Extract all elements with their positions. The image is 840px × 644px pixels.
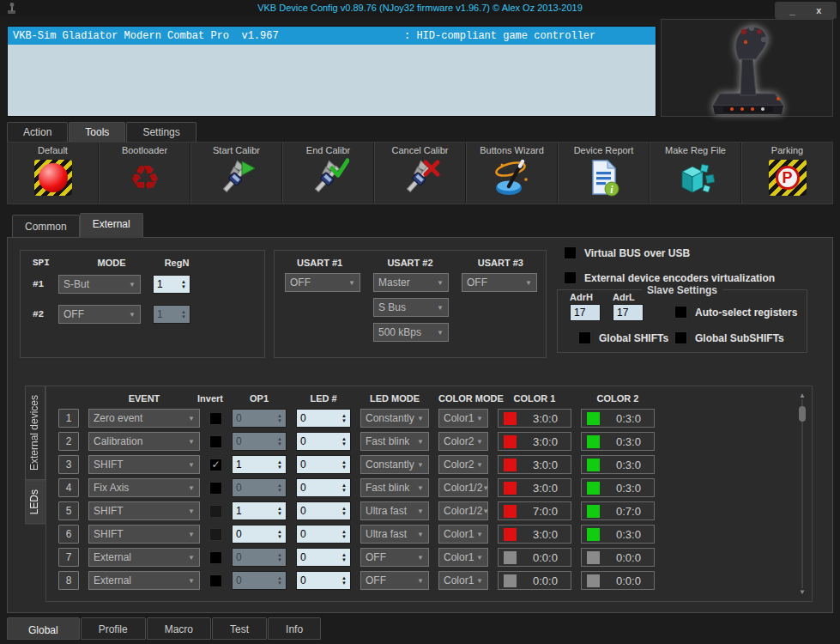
spinner-arrows-icon[interactable]: ▲▼ bbox=[274, 526, 286, 543]
color-mode-select[interactable]: Color1▼ bbox=[438, 571, 488, 590]
device-list-selected-row[interactable]: VKB-Sim Gladiator Modern Combat Pro v1.9… bbox=[8, 27, 656, 45]
invert-checkbox[interactable]: ✓ bbox=[209, 459, 222, 471]
color-mode-select[interactable]: Color1▼ bbox=[438, 525, 488, 544]
spinner-arrows-icon[interactable]: ▲▼ bbox=[274, 456, 286, 473]
color-mode-select[interactable]: Color2▼ bbox=[438, 432, 488, 451]
event-select[interactable]: Zero event▼ bbox=[88, 409, 200, 428]
ext-encoders-checkbox[interactable] bbox=[564, 271, 577, 284]
spinner-arrows-icon[interactable]: ▲▼ bbox=[274, 549, 286, 566]
parking-button[interactable]: Parking P bbox=[741, 143, 832, 204]
spi1-regn-spinner[interactable]: 1 ▲▼ bbox=[153, 275, 190, 294]
led-mode-select[interactable]: Ultra fast▼ bbox=[360, 501, 429, 520]
spinner-arrows-icon[interactable]: ▲▼ bbox=[274, 433, 286, 450]
spinner-arrows-icon[interactable]: ▲▼ bbox=[338, 433, 350, 450]
global-subshifts-checkbox[interactable] bbox=[674, 331, 687, 344]
event-select[interactable]: External▼ bbox=[88, 548, 200, 567]
usart2-speed-select[interactable]: 500 kBps▼ bbox=[373, 323, 449, 342]
spinner-arrows-icon[interactable]: ▲▼ bbox=[178, 276, 190, 293]
global-shifts-checkbox[interactable] bbox=[578, 331, 591, 344]
spi1-mode-select[interactable]: S-But ▼ bbox=[58, 275, 141, 294]
color1-field[interactable]: 7:0:0 bbox=[498, 501, 571, 520]
invert-checkbox[interactable] bbox=[209, 505, 222, 518]
color2-field[interactable]: 0:3:0 bbox=[581, 478, 655, 497]
row-number-button[interactable]: 6 bbox=[58, 525, 79, 544]
bottom-tab-info[interactable]: Info bbox=[268, 617, 321, 640]
event-select[interactable]: Fix Axis▼ bbox=[88, 478, 200, 497]
minimize-button[interactable]: _ bbox=[784, 5, 801, 15]
color1-field[interactable]: 3:0:0 bbox=[498, 525, 571, 544]
color-mode-select[interactable]: Color1▼ bbox=[438, 409, 488, 428]
led-mode-select[interactable]: Constantly▼ bbox=[360, 409, 429, 428]
cancel-calibr-button[interactable]: Cancel Calibr bbox=[374, 143, 466, 204]
color2-field[interactable]: 0:7:0 bbox=[581, 501, 655, 520]
color2-field[interactable]: 0:3:0 bbox=[581, 432, 655, 451]
adrh-field[interactable]: 17 bbox=[570, 304, 601, 321]
color1-field[interactable]: 3:0:0 bbox=[498, 432, 571, 451]
row-number-button[interactable]: 8 bbox=[58, 571, 79, 590]
start-calibr-button[interactable]: Start Calibr bbox=[190, 143, 282, 204]
led-number-spinner[interactable]: 0 ▲▼ bbox=[296, 571, 351, 590]
invert-checkbox[interactable] bbox=[209, 528, 222, 541]
usart1-mode-select[interactable]: OFF▼ bbox=[285, 273, 360, 292]
bottom-tab-profile[interactable]: Profile bbox=[81, 617, 146, 640]
side-tab-external-devices[interactable]: External devices bbox=[25, 386, 45, 480]
color-mode-select[interactable]: Color1▼ bbox=[438, 548, 488, 567]
color2-field[interactable]: 0:3:0 bbox=[581, 409, 655, 428]
led-table-scrollbar[interactable]: ▲ ▼ bbox=[797, 392, 807, 596]
op1-spinner[interactable]: 0 ▲▼ bbox=[232, 478, 287, 497]
device-list[interactable]: VKB-Sim Gladiator Modern Combat Pro v1.9… bbox=[7, 26, 656, 117]
color2-field[interactable]: 0:0:0 bbox=[581, 571, 655, 590]
spinner-arrows-icon[interactable]: ▲▼ bbox=[274, 479, 286, 496]
led-number-spinner[interactable]: 0 ▲▼ bbox=[296, 455, 351, 474]
color2-field[interactable]: 0:0:0 bbox=[581, 548, 655, 567]
color1-field[interactable]: 3:0:0 bbox=[498, 455, 571, 474]
spi2-mode-select[interactable]: OFF ▼ bbox=[58, 305, 141, 324]
event-select[interactable]: SHIFT▼ bbox=[88, 501, 200, 520]
usart3-mode-select[interactable]: OFF▼ bbox=[462, 273, 537, 292]
scroll-down-icon[interactable]: ▼ bbox=[799, 588, 806, 596]
row-number-button[interactable]: 7 bbox=[58, 548, 79, 567]
led-number-spinner[interactable]: 0 ▲▼ bbox=[296, 501, 351, 520]
scroll-up-icon[interactable]: ▲ bbox=[799, 392, 806, 399]
end-calibr-button[interactable]: End Calibr bbox=[282, 143, 374, 204]
color-mode-select[interactable]: Color1/2▼ bbox=[438, 501, 488, 520]
op1-spinner[interactable]: 0 ▲▼ bbox=[232, 432, 287, 451]
bottom-tab-macro[interactable]: Macro bbox=[147, 617, 211, 640]
led-mode-select[interactable]: Fast blink▼ bbox=[360, 478, 429, 497]
op1-spinner[interactable]: 0 ▲▼ bbox=[232, 548, 287, 567]
op1-spinner[interactable]: 1 ▲▼ bbox=[232, 501, 287, 520]
row-number-button[interactable]: 3 bbox=[58, 455, 79, 474]
event-select[interactable]: SHIFT▼ bbox=[88, 525, 200, 544]
spinner-arrows-icon[interactable]: ▲▼ bbox=[274, 502, 286, 519]
event-select[interactable]: SHIFT▼ bbox=[88, 455, 200, 474]
spinner-arrows-icon[interactable]: ▲▼ bbox=[338, 479, 350, 496]
menu-tab-settings[interactable]: Settings bbox=[126, 122, 196, 142]
spinner-arrows-icon[interactable]: ▲▼ bbox=[274, 410, 286, 427]
led-mode-select[interactable]: Ultra fast▼ bbox=[360, 525, 429, 544]
led-mode-select[interactable]: OFF▼ bbox=[360, 571, 429, 590]
event-select[interactable]: External▼ bbox=[88, 571, 200, 590]
make-reg-file-button[interactable]: Make Reg File bbox=[650, 143, 741, 204]
spinner-arrows-icon[interactable]: ▲▼ bbox=[338, 526, 350, 543]
led-number-spinner[interactable]: 0 ▲▼ bbox=[296, 548, 351, 567]
spinner-arrows-icon[interactable]: ▲▼ bbox=[274, 572, 286, 589]
spinner-arrows-icon[interactable]: ▲▼ bbox=[338, 410, 350, 427]
bootloader-button[interactable]: Bootloader ♻ bbox=[99, 143, 190, 204]
row-number-button[interactable]: 1 bbox=[58, 409, 79, 428]
op1-spinner[interactable]: 0 ▲▼ bbox=[232, 525, 287, 544]
spinner-arrows-icon[interactable]: ▲▼ bbox=[338, 456, 350, 473]
scroll-thumb[interactable] bbox=[799, 406, 806, 422]
op1-spinner[interactable]: 0 ▲▼ bbox=[232, 571, 287, 590]
row-number-button[interactable]: 4 bbox=[58, 478, 79, 497]
op1-spinner[interactable]: 0 ▲▼ bbox=[232, 409, 287, 428]
color1-field[interactable]: 0:0:0 bbox=[498, 571, 571, 590]
tab-common[interactable]: Common bbox=[12, 215, 80, 238]
led-number-spinner[interactable]: 0 ▲▼ bbox=[296, 478, 351, 497]
device-report-button[interactable]: Device Report i bbox=[558, 143, 650, 204]
led-number-spinner[interactable]: 0 ▲▼ bbox=[296, 525, 351, 544]
adrl-field[interactable]: 17 bbox=[613, 304, 644, 321]
virtual-bus-checkbox[interactable] bbox=[564, 246, 577, 259]
menu-tab-action[interactable]: Action bbox=[7, 122, 68, 142]
row-number-button[interactable]: 2 bbox=[58, 432, 79, 451]
led-number-spinner[interactable]: 0 ▲▼ bbox=[296, 409, 351, 428]
